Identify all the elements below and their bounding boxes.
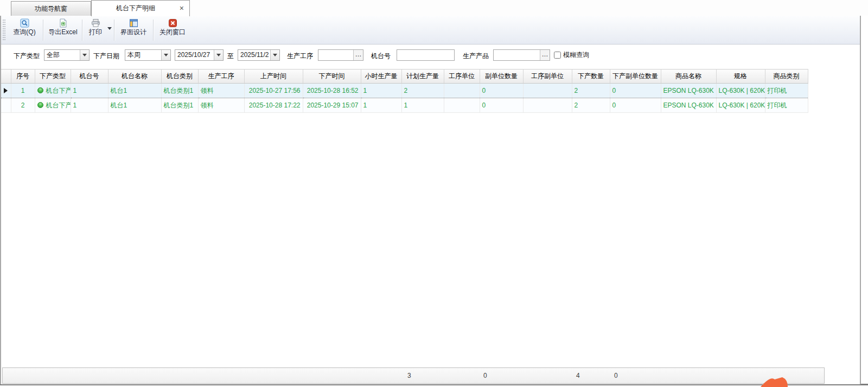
cell-type: 机台下产 xyxy=(35,84,71,98)
export-excel-button-label: 导出Excel xyxy=(46,28,80,36)
column-header[interactable]: 工序单位 xyxy=(444,69,480,84)
cell-category: 打印机 xyxy=(765,84,808,98)
app-window: × 功能导航窗 机台下产明细 × 查询(Q) 导出E xyxy=(0,0,868,387)
chevron-down-icon[interactable] xyxy=(161,50,170,60)
date-from-value: 2025/10/27 xyxy=(175,50,214,60)
print-dropdown-icon[interactable] xyxy=(107,27,112,30)
cell-machine-class: 机台类别1 xyxy=(161,98,198,113)
summary-down-sub-total: 0 xyxy=(614,372,618,379)
cell-sub-unit-qty: 0 xyxy=(480,84,523,98)
column-header[interactable]: 生产工序 xyxy=(198,69,244,84)
column-header[interactable]: 商品名称 xyxy=(661,69,716,84)
date-filter-label: 下产日期 xyxy=(93,50,119,61)
chevron-down-icon[interactable] xyxy=(80,50,89,60)
process-lookup-button[interactable]: … xyxy=(353,50,363,60)
ui-design-icon xyxy=(129,18,138,28)
date-from-picker[interactable]: 2025/10/27 xyxy=(175,49,224,61)
cell-process-unit xyxy=(444,98,480,113)
machine-filter-input[interactable] xyxy=(397,50,454,60)
cell-start-time: 2025-10-27 17:56 xyxy=(244,84,303,98)
cell-sub-unit-qty: 0 xyxy=(480,98,523,113)
close-window-button[interactable]: 关闭窗口 xyxy=(156,17,189,43)
column-header[interactable]: 下产数量 xyxy=(572,69,610,84)
print-icon xyxy=(91,18,100,28)
summary-plan-qty-total: 3 xyxy=(407,372,411,379)
toolbar-grip[interactable] xyxy=(3,20,5,40)
fuzzy-search-checkbox[interactable] xyxy=(554,52,561,59)
column-header[interactable]: 机台名称 xyxy=(108,69,161,84)
toolbar-separator xyxy=(82,20,82,41)
cell-process-sub-unit xyxy=(523,84,572,98)
excel-export-icon xyxy=(59,18,68,28)
column-header[interactable]: 小时生产量 xyxy=(361,69,401,84)
cell-spec: LQ-630K | 620K xyxy=(716,84,765,98)
cell-type-text: 机台下产 xyxy=(46,87,71,94)
cell-machine-name: 机台1 xyxy=(108,84,161,98)
cell-down-sub-qty: 0 xyxy=(610,84,661,98)
cell-seq: 1 xyxy=(11,84,35,98)
cell-plan-qty: 2 xyxy=(401,84,444,98)
cell-product: EPSON LQ-630K xyxy=(661,84,716,98)
tab-machine-detail[interactable]: 机台下产明细 × xyxy=(91,0,190,16)
process-filter-label: 生产工序 xyxy=(287,50,313,61)
cell-start-time: 2025-10-28 17:22 xyxy=(244,98,303,113)
column-header[interactable]: 计划生产量 xyxy=(401,69,444,84)
cell-process: 领料 xyxy=(198,98,244,113)
table-row[interactable]: 1 机台下产 1 机台1 机台类别1 领料 2025-10-27 17:56 2… xyxy=(1,84,808,98)
column-header[interactable]: 上产时间 xyxy=(244,69,303,84)
ui-design-button[interactable]: 界面设计 xyxy=(117,17,150,43)
column-header[interactable]: 下产时间 xyxy=(303,69,361,84)
cell-hourly-qty: 1 xyxy=(361,98,401,113)
row-indicator xyxy=(1,84,11,98)
data-grid: 序号 下产类型 机台号 机台名称 机台类别 生产工序 上产时间 下产时间 小时生… xyxy=(1,69,808,113)
date-to-picker[interactable]: 2025/11/2 xyxy=(238,49,280,61)
cell-machine-no: 1 xyxy=(71,84,108,98)
cell-type-text: 机台下产 xyxy=(46,101,71,109)
export-excel-button[interactable]: 导出Excel xyxy=(46,17,80,43)
current-row-arrow-icon xyxy=(4,88,8,93)
column-header[interactable]: 机台类别 xyxy=(161,69,198,84)
process-filter-input[interactable] xyxy=(318,50,353,60)
table-row[interactable]: 2 机台下产 1 机台1 机台类别1 领料 2025-10-28 17:22 2… xyxy=(1,98,808,113)
query-button[interactable]: 查询(Q) xyxy=(8,17,41,43)
cell-machine-no: 1 xyxy=(71,98,108,113)
type-filter-combo[interactable]: 全部 xyxy=(44,49,90,61)
chevron-down-icon[interactable] xyxy=(270,50,279,60)
type-filter-label: 下产类型 xyxy=(14,50,40,61)
cell-spec: LQ-630K | 620K xyxy=(716,98,765,113)
column-header[interactable]: 商品类别 xyxy=(765,69,808,84)
toolbar-separator xyxy=(153,20,154,41)
search-icon xyxy=(20,18,29,28)
row-indicator xyxy=(1,98,11,113)
summary-down-qty-total: 4 xyxy=(576,372,580,379)
column-header[interactable]: 机台号 xyxy=(71,69,108,84)
column-header[interactable]: 副单位数量 xyxy=(480,69,523,84)
date-preset-combo[interactable]: 本周 xyxy=(125,49,171,61)
product-lookup-button[interactable]: … xyxy=(540,50,550,60)
cell-process-unit xyxy=(444,84,480,98)
column-header[interactable]: 下产类型 xyxy=(35,69,71,84)
column-header[interactable]: 下产副单位数量 xyxy=(610,69,661,84)
tab-function-nav[interactable]: 功能导航窗 xyxy=(11,1,91,16)
fuzzy-search-option: 模糊查询 xyxy=(554,50,589,60)
cell-process: 领料 xyxy=(198,84,244,98)
close-window-icon xyxy=(168,18,177,28)
filter-bar: 下产类型 全部 下产日期 本周 2025/10/27 至 2025/11/2 生… xyxy=(1,45,860,69)
column-header[interactable]: 规格 xyxy=(716,69,765,84)
print-button[interactable]: 打印 xyxy=(85,17,106,43)
machine-filter-box xyxy=(397,49,455,61)
date-to-value: 2025/11/2 xyxy=(238,50,270,60)
print-button-label: 打印 xyxy=(85,28,106,36)
product-filter-input[interactable] xyxy=(494,50,540,60)
toolbar-separator xyxy=(43,20,43,41)
product-filter-box: … xyxy=(493,49,550,61)
chevron-down-icon[interactable] xyxy=(214,50,223,60)
column-header[interactable]: 序号 xyxy=(11,69,35,84)
tab-close-icon[interactable]: × xyxy=(180,1,184,16)
fuzzy-search-label: 模糊查询 xyxy=(563,50,589,60)
close-window-button-label: 关闭窗口 xyxy=(156,28,189,36)
query-button-label: 查询(Q) xyxy=(8,28,41,36)
process-filter-box: … xyxy=(318,49,363,61)
column-header[interactable]: 工序副单位 xyxy=(523,69,572,84)
tab-strip: 功能导航窗 机台下产明细 × xyxy=(0,0,868,16)
